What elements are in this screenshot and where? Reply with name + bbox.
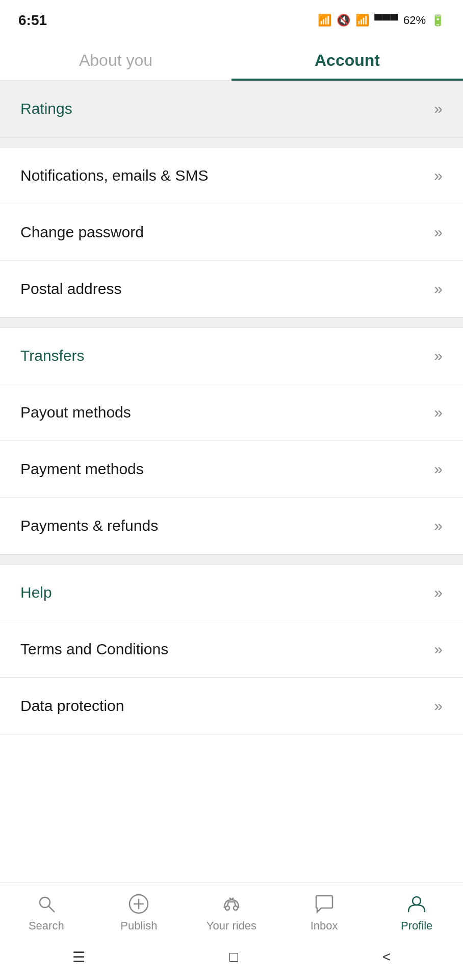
nav-item-search[interactable]: Search [16,892,77,933]
nav-item-profile[interactable]: Profile [386,892,447,933]
chevron-icon-refunds: » [434,517,443,534]
nav-item-inbox[interactable]: Inbox [294,892,355,933]
svg-line-1 [48,906,55,912]
status-bar: 6:51 📶 🔇 📶 ▀▀▀ 62% 🔋 [0,0,463,37]
nav-label-search: Search [29,919,64,933]
menu-group-support: Help » Terms and Conditions » Data prote… [0,565,463,734]
menu-item-ratings[interactable]: Ratings » [0,81,463,137]
tab-about-you[interactable]: About you [0,37,232,80]
chat-icon [312,892,337,916]
svg-point-7 [413,897,421,905]
battery-icon: 🔋 [431,14,445,27]
back-button[interactable]: < [382,949,391,965]
chevron-icon-notifications: » [434,167,443,184]
menu-item-help[interactable]: Help » [0,565,463,621]
nav-items: Search Publish [0,883,463,939]
tab-header: About you Account [0,37,463,81]
wifi-icon: 📶 [355,14,369,27]
menu-item-change-password[interactable]: Change password » [0,204,463,261]
menu-item-payment-methods[interactable]: Payment methods » [0,441,463,498]
signal-icon: ▀▀▀ [374,14,398,27]
chevron-icon-postal: » [434,280,443,298]
menu-button[interactable]: ☰ [72,949,85,966]
battery-text: 62% [403,14,426,27]
menu-item-postal-address[interactable]: Postal address » [0,261,463,317]
profile-icon [404,892,429,916]
bluetooth-icon: 📶 [318,14,331,27]
nav-label-publish: Publish [120,919,157,933]
nav-label-profile: Profile [401,919,432,933]
tab-account[interactable]: Account [232,37,463,80]
rides-icon [219,892,244,916]
nav-label-rides: Your rides [207,919,256,933]
section-divider-3 [0,554,463,565]
chevron-icon-ratings: » [434,100,443,117]
nav-label-inbox: Inbox [311,919,338,933]
svg-point-5 [225,906,229,910]
section-divider-1 [0,137,463,148]
menu-item-payout-methods[interactable]: Payout methods » [0,384,463,441]
section-divider-2 [0,317,463,328]
nav-item-your-rides[interactable]: Your rides [201,892,262,933]
chevron-icon-payout: » [434,404,443,421]
chevron-icon-terms: » [434,641,443,658]
menu-item-notifications[interactable]: Notifications, emails & SMS » [0,148,463,204]
menu-item-terms[interactable]: Terms and Conditions » [0,621,463,678]
chevron-icon-payment: » [434,460,443,478]
menu-item-data-protection[interactable]: Data protection » [0,678,463,734]
svg-point-6 [234,906,238,910]
menu-item-transfers[interactable]: Transfers » [0,328,463,384]
chevron-icon-help: » [434,584,443,601]
chevron-icon-password: » [434,224,443,241]
menu-group-ratings: Ratings » [0,81,463,137]
bottom-nav: Search Publish [0,883,463,980]
status-time: 6:51 [18,12,47,29]
mute-icon: 🔇 [337,14,350,27]
search-icon [34,892,59,916]
chevron-icon-transfers: » [434,347,443,364]
chevron-icon-data: » [434,697,443,715]
menu-group-account: Notifications, emails & SMS » Change pas… [0,148,463,317]
plus-circle-icon [126,892,151,916]
content-area: Ratings » Notifications, emails & SMS » … [0,81,463,831]
system-nav: ☰ □ < [0,939,463,980]
nav-item-publish[interactable]: Publish [108,892,169,933]
menu-item-payments-refunds[interactable]: Payments & refunds » [0,498,463,554]
status-icons: 📶 🔇 📶 ▀▀▀ 62% 🔋 [318,14,445,27]
home-button[interactable]: □ [229,949,238,965]
menu-group-payments: Transfers » Payout methods » Payment met… [0,328,463,554]
